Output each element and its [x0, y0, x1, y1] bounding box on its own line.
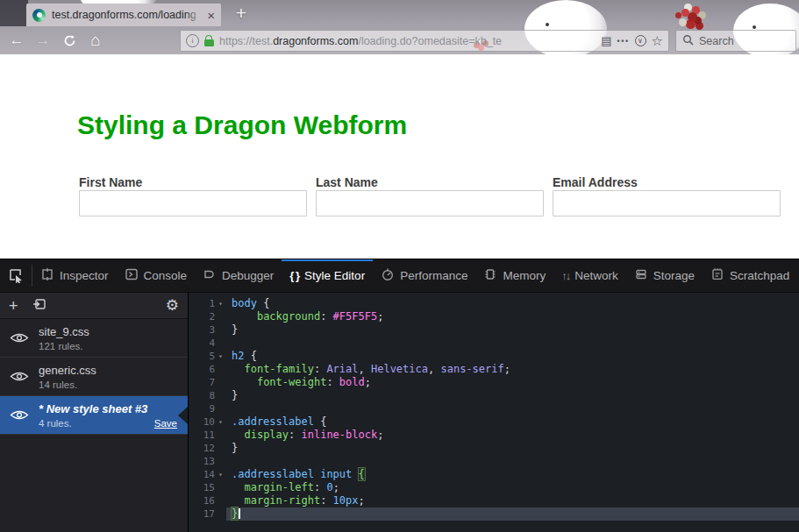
code-line: 9	[189, 402, 799, 415]
stylesheet-rule-count: 121 rules.	[39, 341, 177, 351]
code-line: 2 background: #F5F5F5;	[189, 310, 799, 323]
line-number[interactable]: 11	[189, 429, 215, 442]
devtools-panel: Inspector Console Debugger { } Style Edi…	[0, 259, 799, 532]
braces-icon: { }	[289, 269, 299, 282]
fold-arrow-icon[interactable]: ▾	[215, 468, 226, 481]
tab-inspector[interactable]: Inspector	[32, 259, 117, 292]
stylesheet-item-new-sheet[interactable]: * New style sheet #3 4 rules.Save	[0, 396, 188, 435]
fold-arrow-icon[interactable]	[215, 376, 226, 389]
fold-arrow-icon[interactable]	[215, 323, 226, 337]
tab-close-icon[interactable]: ×	[207, 9, 215, 22]
gear-icon[interactable]: ⚙	[166, 296, 179, 315]
pocket-icon[interactable]: ∨	[635, 35, 646, 46]
node-picker-button[interactable]	[0, 259, 32, 292]
last-name-label: Last Name	[316, 175, 378, 189]
fold-arrow-icon[interactable]	[215, 310, 226, 323]
line-number[interactable]: 6	[189, 363, 215, 376]
page-info-icon[interactable]: i	[186, 34, 199, 47]
tab-debugger[interactable]: Debugger	[195, 259, 282, 292]
url-text: https://test.dragonforms.com/loading.do?…	[219, 35, 596, 47]
code-line: 10▾.addresslabel {	[189, 415, 799, 429]
browser-tab[interactable]: test.dragonforms.com/loading ×	[26, 4, 221, 26]
code-line: 17}	[189, 507, 799, 521]
bookmark-star-icon[interactable]: ☆	[652, 33, 663, 49]
refresh-button[interactable]	[58, 26, 81, 54]
page-actions-icon[interactable]: •••	[617, 37, 630, 46]
import-stylesheet-button[interactable]	[32, 297, 47, 315]
visibility-eye-icon[interactable]	[0, 371, 39, 382]
tab-scratchpad[interactable]: Scratchpad	[703, 259, 797, 292]
line-number[interactable]: 3	[189, 323, 215, 337]
line-number[interactable]: 9	[189, 402, 215, 415]
line-number[interactable]: 13	[189, 455, 215, 468]
first-name-field[interactable]	[79, 190, 307, 216]
fold-arrow-icon[interactable]	[215, 337, 226, 350]
line-number[interactable]: 1	[189, 297, 215, 310]
fold-arrow-icon[interactable]: ▾	[215, 350, 226, 363]
line-number[interactable]: 12	[189, 442, 215, 455]
line-number[interactable]: 5	[189, 350, 215, 363]
reader-mode-icon[interactable]: ▤	[601, 34, 611, 47]
fold-arrow-icon[interactable]	[215, 494, 226, 507]
tab-console[interactable]: Console	[117, 259, 196, 292]
forward-button[interactable]: →	[32, 26, 54, 54]
code-line: 14▾.addresslabel input {	[189, 468, 799, 481]
page-title: Styling a Dragon Webform	[77, 110, 407, 140]
fold-arrow-icon[interactable]	[215, 507, 226, 521]
url-bar[interactable]: i https://test.dragonforms.com/loading.d…	[180, 30, 669, 52]
email-address-field[interactable]	[553, 190, 781, 216]
fold-arrow-icon[interactable]	[215, 442, 226, 455]
browser-window: test.dragonforms.com/loading × + ← → ⌂ i…	[0, 0, 799, 532]
code-line: 4	[189, 337, 799, 350]
page-content: Styling a Dragon Webform First Name Last…	[0, 54, 799, 259]
tab-network[interactable]: ↑↓ Network	[553, 259, 626, 292]
save-link[interactable]: Save	[154, 418, 177, 429]
tab-memory[interactable]: Memory	[475, 259, 553, 292]
style-editor-panel: + ⚙ site_9.css 121 rules. generic.css	[0, 293, 799, 532]
stylesheet-item-generic[interactable]: generic.css 14 rules.	[0, 358, 188, 396]
tab-performance[interactable]: Performance	[373, 259, 475, 292]
url-domain: dragonforms.com	[273, 35, 358, 47]
line-number[interactable]: 2	[189, 310, 215, 323]
line-number[interactable]: 15	[189, 481, 215, 494]
navigation-toolbar: ← → ⌂ i https://test.dragonforms.com/loa…	[0, 26, 799, 54]
debugger-icon	[203, 267, 217, 284]
tab-storage[interactable]: Storage	[626, 259, 703, 292]
line-number[interactable]: 16	[189, 494, 215, 507]
fold-arrow-icon[interactable]	[215, 455, 226, 468]
storage-icon	[634, 267, 648, 284]
visibility-eye-icon[interactable]	[0, 409, 39, 421]
fold-arrow-icon[interactable]	[215, 481, 226, 494]
inspector-icon	[40, 267, 54, 284]
fold-arrow-icon[interactable]	[215, 363, 226, 376]
https-lock-icon[interactable]	[204, 39, 214, 46]
new-tab-button[interactable]: +	[230, 2, 253, 25]
line-number[interactable]: 4	[189, 337, 215, 350]
line-number[interactable]: 17	[189, 507, 215, 521]
line-number[interactable]: 7	[189, 376, 215, 389]
new-stylesheet-button[interactable]: +	[9, 299, 18, 313]
fold-arrow-icon[interactable]	[215, 402, 226, 415]
network-arrows-icon: ↑↓	[561, 269, 569, 282]
code-line: 7 font-weight: bold;	[189, 376, 799, 389]
code-editor[interactable]: 1▾body {2 background: #F5F5F5;3}45▾h2 {6…	[189, 293, 799, 532]
fold-arrow-icon[interactable]: ▾	[215, 415, 226, 429]
browser-chrome: test.dragonforms.com/loading × + ← → ⌂ i…	[0, 0, 799, 55]
stylesheet-rule-count: 14 rules.	[39, 379, 177, 390]
code-line: 5▾h2 {	[189, 350, 799, 363]
code-line: 6 font-family: Arial, Helvetica, sans-se…	[189, 363, 799, 376]
line-number[interactable]: 8	[189, 389, 215, 402]
back-button[interactable]: ←	[5, 26, 28, 54]
last-name-field[interactable]	[316, 190, 544, 216]
line-number[interactable]: 14	[189, 468, 215, 481]
stylesheet-item-site9[interactable]: site_9.css 121 rules.	[0, 319, 188, 358]
fold-arrow-icon[interactable]	[215, 389, 226, 402]
home-button[interactable]: ⌂	[84, 26, 107, 54]
devtools-tab-bar: Inspector Console Debugger { } Style Edi…	[0, 259, 799, 293]
tab-style-editor[interactable]: { } Style Editor	[282, 259, 373, 292]
search-input[interactable]: Search	[675, 30, 796, 52]
fold-arrow-icon[interactable]: ▾	[215, 297, 226, 310]
line-number[interactable]: 10	[189, 415, 215, 429]
visibility-eye-icon[interactable]	[0, 332, 39, 344]
fold-arrow-icon[interactable]	[215, 429, 226, 442]
